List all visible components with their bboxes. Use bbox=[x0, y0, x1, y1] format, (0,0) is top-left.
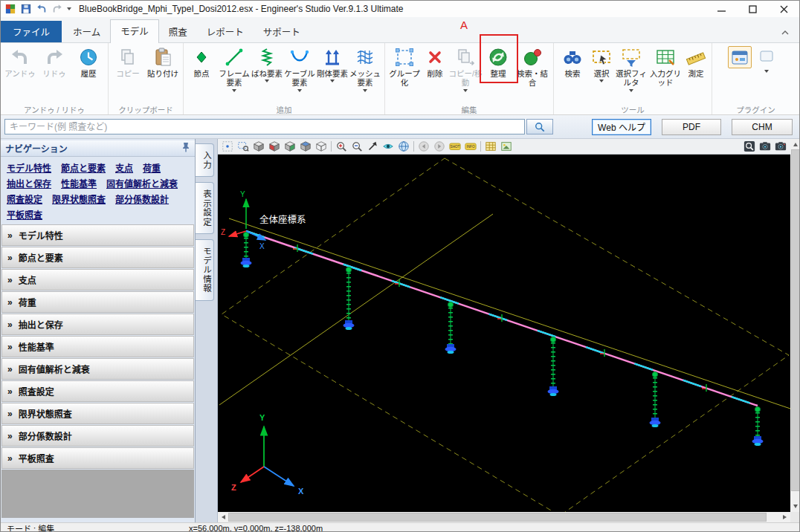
tab-support[interactable]: サポート bbox=[254, 21, 310, 42]
grid-view-icon[interactable] bbox=[483, 140, 498, 153]
side-tab[interactable]: 表示設定 bbox=[196, 182, 214, 234]
tab-model[interactable]: モデル bbox=[110, 19, 159, 43]
chm-button[interactable]: CHM bbox=[732, 119, 793, 135]
nav-link[interactable]: 固有値解析と減衰 bbox=[106, 177, 178, 189]
nav-link[interactable]: 性能基準 bbox=[61, 177, 97, 189]
pin-icon[interactable] bbox=[181, 142, 190, 155]
horizontal-scrollbar[interactable] bbox=[218, 512, 790, 522]
scroll-right-arrow[interactable] bbox=[780, 512, 790, 522]
pan-arrow-icon[interactable] bbox=[365, 140, 380, 153]
ribbon-item-copy[interactable]: コピー bbox=[111, 44, 145, 103]
nav-link[interactable]: 節点と要素 bbox=[61, 161, 106, 174]
accordion-section[interactable]: » 照査設定 bbox=[1, 380, 194, 402]
zoom-out-icon[interactable] bbox=[349, 140, 364, 153]
ribbon-item-node[interactable]: 節点 bbox=[186, 44, 217, 103]
view-iso-icon[interactable] bbox=[251, 140, 266, 153]
accordion-section[interactable]: » 部分係数設計 bbox=[1, 425, 194, 447]
nav-link[interactable]: 照査設定 bbox=[7, 192, 42, 205]
zoom-window-icon[interactable] bbox=[236, 140, 251, 153]
ribbon-item-rigid-element[interactable]: 剛体要素 bbox=[317, 44, 348, 103]
nav-link[interactable]: 抽出と保存 bbox=[7, 177, 51, 189]
accordion-label: 抽出と保存 bbox=[19, 318, 63, 331]
magnifier-dark-icon[interactable] bbox=[742, 140, 757, 153]
scroll-up-arrow[interactable] bbox=[790, 139, 800, 149]
view-side-icon[interactable] bbox=[283, 140, 297, 153]
copy-icon bbox=[117, 46, 138, 68]
accordion-section[interactable]: » 固有値解析と減衰 bbox=[1, 358, 194, 380]
tab-report[interactable]: レポート bbox=[197, 21, 254, 42]
undo-icon[interactable] bbox=[36, 3, 48, 15]
ribbon-item-search-merge[interactable]: 検索・結合 bbox=[514, 44, 551, 103]
ribbon-item-undo[interactable]: アンドゥ bbox=[3, 44, 37, 103]
ribbon-item-plugin[interactable] bbox=[725, 44, 755, 103]
side-tab[interactable]: 入力 bbox=[196, 143, 214, 177]
accordion-section[interactable]: » 平板照査 bbox=[1, 447, 194, 469]
scroll-down-arrow[interactable] bbox=[790, 502, 800, 512]
ribbon-item-spring-element[interactable]: ばね要素 bbox=[251, 44, 283, 103]
ribbon-item-cable-element[interactable]: ケーブル要素 bbox=[283, 44, 317, 103]
accordion-section[interactable]: » 性能基準 bbox=[1, 336, 194, 357]
tab-home[interactable]: ホーム bbox=[63, 21, 110, 42]
keyword-search-input[interactable] bbox=[4, 119, 525, 134]
ribbon-item-select-filter[interactable]: 選択フィルタ bbox=[614, 44, 648, 103]
accordion-section[interactable]: » 荷重 bbox=[1, 291, 194, 313]
nav-link[interactable]: 平板照査 bbox=[7, 208, 42, 221]
view-wire-icon[interactable] bbox=[314, 140, 329, 153]
nav-link[interactable]: 支点 bbox=[115, 161, 133, 174]
pdf-button[interactable]: PDF bbox=[662, 119, 721, 135]
info-badge-icon[interactable]: INFO bbox=[463, 140, 478, 153]
ribbon-item-measure[interactable]: 測定 bbox=[683, 44, 709, 103]
ribbon-item-mesh-element[interactable]: メッシュ要素 bbox=[348, 44, 382, 103]
nav-link[interactable]: モデル特性 bbox=[7, 161, 51, 174]
ribbon-item-search[interactable]: 検索 bbox=[556, 44, 589, 103]
search-button[interactable] bbox=[526, 119, 553, 134]
horizontal-scroll-thumb[interactable] bbox=[228, 513, 767, 522]
shot-badge-icon[interactable]: SHOT bbox=[448, 140, 462, 153]
ribbon-item-input-grid[interactable]: 入力グリッド bbox=[648, 44, 683, 103]
view-top-icon[interactable] bbox=[298, 140, 313, 153]
ribbon-item-select[interactable]: 選択 bbox=[589, 44, 614, 103]
save-icon[interactable] bbox=[20, 3, 32, 15]
zoom-in-icon[interactable] bbox=[334, 140, 349, 153]
ribbon-item-history[interactable]: 履歴 bbox=[71, 44, 106, 103]
redo-icon[interactable] bbox=[51, 3, 63, 15]
visibility-eye-icon[interactable] bbox=[381, 140, 396, 153]
web-help-button[interactable]: Web ヘルプ bbox=[592, 119, 651, 135]
ribbon-item-plugin-dropdown[interactable] bbox=[759, 44, 774, 103]
view-next-icon[interactable] bbox=[432, 140, 447, 153]
model-viewport[interactable]: Y Z X 全体座標系 Y Z X bbox=[218, 155, 790, 512]
ribbon-item-copy-move[interactable]: コピー/移動 bbox=[448, 44, 483, 103]
app-icon[interactable] bbox=[4, 3, 16, 15]
image-view-icon[interactable] bbox=[499, 140, 514, 153]
origin-select-icon[interactable] bbox=[220, 140, 235, 153]
accordion-section[interactable]: » モデル特性 bbox=[1, 224, 194, 246]
accordion-section[interactable]: » 節点と要素 bbox=[1, 247, 194, 268]
vertical-scroll-thumb[interactable] bbox=[791, 149, 800, 491]
accordion-section[interactable]: » 限界状態照査 bbox=[1, 403, 194, 424]
camera-icon[interactable] bbox=[758, 140, 772, 153]
accordion-section[interactable]: » 支点 bbox=[1, 269, 194, 291]
ribbon-item-frame-element[interactable]: フレーム要素 bbox=[217, 44, 251, 103]
view-prev-icon[interactable] bbox=[416, 140, 431, 153]
scroll-left-arrow[interactable] bbox=[218, 512, 228, 522]
nav-link[interactable]: 荷重 bbox=[143, 161, 161, 174]
side-tab[interactable]: モデル情報 bbox=[196, 239, 214, 301]
quick-access-dropdown-icon[interactable] bbox=[67, 7, 71, 13]
tab-check[interactable]: 照査 bbox=[159, 21, 197, 42]
tab-file[interactable]: ファイル bbox=[1, 21, 62, 42]
nav-link[interactable]: 限界状態照査 bbox=[52, 192, 106, 205]
maximize-button[interactable] bbox=[737, 1, 768, 17]
camera-2-icon[interactable] bbox=[773, 140, 788, 153]
ribbon-item-paste[interactable]: 貼り付け bbox=[145, 44, 181, 103]
collapse-ribbon-button[interactable] bbox=[777, 26, 793, 39]
ribbon-item-group[interactable]: グループ化 bbox=[387, 44, 422, 103]
vertical-scrollbar[interactable] bbox=[790, 139, 800, 512]
close-button[interactable] bbox=[768, 1, 799, 17]
nav-link[interactable]: 部分係数設計 bbox=[115, 192, 169, 205]
minimize-button[interactable] bbox=[706, 1, 737, 17]
view-front-icon[interactable] bbox=[267, 140, 282, 153]
accordion-section[interactable]: » 抽出と保存 bbox=[1, 314, 194, 335]
ribbon-item-redo[interactable]: リドゥ bbox=[37, 44, 71, 103]
global-view-icon[interactable] bbox=[396, 140, 411, 153]
ribbon-item-delete[interactable]: 削除 bbox=[422, 44, 448, 103]
